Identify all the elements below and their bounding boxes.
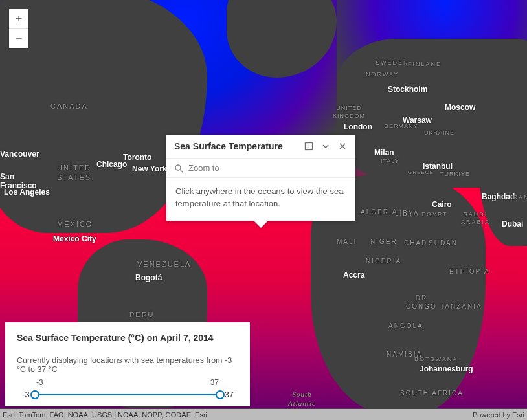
dock-icon[interactable] xyxy=(304,141,314,151)
zoom-to-label: Zoom to xyxy=(188,163,219,173)
zoom-in-button[interactable]: + xyxy=(9,9,28,28)
slider-handle-min[interactable] xyxy=(30,390,39,399)
popup: Sea Surface Temperature Zoom to Click an… xyxy=(166,135,355,221)
popup-header: Sea Surface Temperature xyxy=(166,135,355,158)
zoom-out-button[interactable]: − xyxy=(9,28,28,48)
close-icon[interactable] xyxy=(337,141,348,151)
slider-scale-min: -3 xyxy=(36,378,43,387)
collapse-icon[interactable] xyxy=(320,141,331,151)
zoom-control: + − xyxy=(9,9,28,48)
svg-point-2 xyxy=(175,165,181,170)
zoom-to-action[interactable]: Zoom to xyxy=(166,158,355,178)
powered-by-link[interactable]: Powered by Esri xyxy=(473,411,524,419)
legend-panel: Sea Surface Temperature (°C) on April 7,… xyxy=(5,322,250,406)
svg-rect-0 xyxy=(306,143,313,150)
land-asia xyxy=(479,52,527,246)
slider-scale-max: 37 xyxy=(210,378,219,387)
svg-line-3 xyxy=(180,170,183,172)
slider-track[interactable] xyxy=(35,394,220,395)
temperature-slider: -3 37 -3 37 xyxy=(17,378,238,400)
attribution-sources: Esri, TomTom, FAO, NOAA, USGS | NOAA, NO… xyxy=(3,411,207,419)
popup-pointer xyxy=(254,221,268,228)
popup-body: Click anywhere in the oceans to view the… xyxy=(166,178,355,221)
attribution-bar: Esri, TomTom, FAO, NOAA, USGS | NOAA, NO… xyxy=(0,409,527,420)
minus-icon: − xyxy=(16,32,23,45)
popup-title: Sea Surface Temperature xyxy=(174,141,297,151)
legend-title: Sea Surface Temperature (°C) on April 7,… xyxy=(17,333,238,343)
magnifier-icon xyxy=(174,164,183,173)
plus-icon: + xyxy=(16,12,23,26)
legend-description: Currently displaying locations with sea … xyxy=(17,356,238,374)
slider-handle-max[interactable] xyxy=(216,390,225,399)
svg-rect-1 xyxy=(306,143,308,150)
